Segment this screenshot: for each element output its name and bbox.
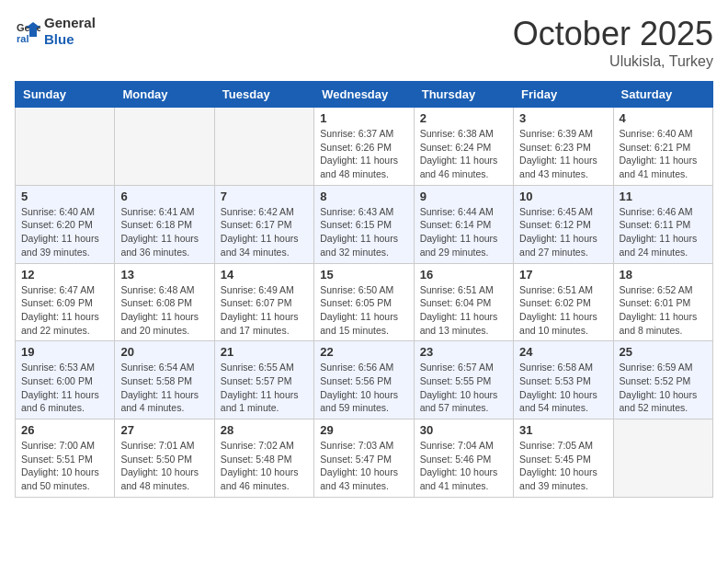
calendar-cell: 6Sunrise: 6:41 AM Sunset: 6:18 PM Daylig… <box>115 185 214 263</box>
day-number: 11 <box>620 190 707 203</box>
day-info: Sunrise: 6:48 AM Sunset: 6:08 PM Dayligh… <box>120 283 208 338</box>
logo-text-line1: General <box>44 15 96 31</box>
day-info: Sunrise: 6:40 AM Sunset: 6:20 PM Dayligh… <box>21 205 108 259</box>
day-info: Sunrise: 6:59 AM Sunset: 5:52 PM Dayligh… <box>620 361 707 415</box>
title-section: October 2025 Ulukisla, Turkey <box>513 15 713 70</box>
day-number: 3 <box>519 111 607 125</box>
day-number: 22 <box>320 345 407 359</box>
day-info: Sunrise: 6:51 AM Sunset: 6:04 PM Dayligh… <box>420 283 507 338</box>
day-info: Sunrise: 7:03 AM Sunset: 5:47 PM Dayligh… <box>320 439 407 493</box>
day-number: 29 <box>320 423 407 437</box>
calendar-cell: 1Sunrise: 6:37 AM Sunset: 6:26 PM Daylig… <box>314 108 414 186</box>
weekday-header-friday: Friday <box>514 82 613 108</box>
calendar-week-row: 26Sunrise: 7:00 AM Sunset: 5:51 PM Dayli… <box>16 419 713 498</box>
day-number: 19 <box>21 345 108 359</box>
calendar-cell: 12Sunrise: 6:47 AM Sunset: 6:09 PM Dayli… <box>16 263 115 341</box>
day-number: 6 <box>120 190 208 203</box>
logo-icon: Gene ral <box>15 18 40 44</box>
day-number: 5 <box>21 190 108 203</box>
logo: Gene ral General Blue <box>15 15 96 48</box>
calendar-week-row: 12Sunrise: 6:47 AM Sunset: 6:09 PM Dayli… <box>16 263 713 341</box>
day-number: 7 <box>221 190 308 203</box>
weekday-header-tuesday: Tuesday <box>214 82 313 108</box>
day-info: Sunrise: 6:52 AM Sunset: 6:01 PM Dayligh… <box>620 283 707 338</box>
calendar-cell: 30Sunrise: 7:04 AM Sunset: 5:46 PM Dayli… <box>414 419 513 498</box>
location: Ulukisla, Turkey <box>513 53 713 70</box>
calendar-cell: 18Sunrise: 6:52 AM Sunset: 6:01 PM Dayli… <box>613 263 712 341</box>
day-info: Sunrise: 6:45 AM Sunset: 6:12 PM Dayligh… <box>519 205 607 259</box>
day-info: Sunrise: 6:54 AM Sunset: 5:58 PM Dayligh… <box>120 361 208 415</box>
calendar-cell: 15Sunrise: 6:50 AM Sunset: 6:05 PM Dayli… <box>314 263 414 341</box>
day-info: Sunrise: 7:00 AM Sunset: 5:51 PM Dayligh… <box>21 439 108 493</box>
calendar-table: SundayMondayTuesdayWednesdayThursdayFrid… <box>15 81 713 498</box>
day-info: Sunrise: 7:04 AM Sunset: 5:46 PM Dayligh… <box>420 439 507 493</box>
calendar-cell: 26Sunrise: 7:00 AM Sunset: 5:51 PM Dayli… <box>16 419 115 498</box>
calendar-cell: 7Sunrise: 6:42 AM Sunset: 6:17 PM Daylig… <box>214 185 313 263</box>
day-number: 9 <box>420 190 507 203</box>
day-info: Sunrise: 6:38 AM Sunset: 6:24 PM Dayligh… <box>420 127 507 181</box>
day-info: Sunrise: 6:39 AM Sunset: 6:23 PM Dayligh… <box>519 127 607 181</box>
day-number: 10 <box>519 190 607 203</box>
day-number: 28 <box>221 423 308 437</box>
calendar-week-row: 1Sunrise: 6:37 AM Sunset: 6:26 PM Daylig… <box>16 108 713 186</box>
calendar-cell: 25Sunrise: 6:59 AM Sunset: 5:52 PM Dayli… <box>613 341 712 419</box>
calendar-cell: 24Sunrise: 6:58 AM Sunset: 5:53 PM Dayli… <box>514 341 613 419</box>
page-header: Gene ral General Blue October 2025 Uluki… <box>15 15 713 70</box>
calendar-cell: 23Sunrise: 6:57 AM Sunset: 5:55 PM Dayli… <box>414 341 513 419</box>
calendar-cell: 31Sunrise: 7:05 AM Sunset: 5:45 PM Dayli… <box>514 419 613 498</box>
calendar-week-row: 5Sunrise: 6:40 AM Sunset: 6:20 PM Daylig… <box>16 185 713 263</box>
day-number: 2 <box>420 111 507 125</box>
calendar-cell: 4Sunrise: 6:40 AM Sunset: 6:21 PM Daylig… <box>613 108 712 186</box>
calendar-cell: 28Sunrise: 7:02 AM Sunset: 5:48 PM Dayli… <box>214 419 313 498</box>
weekday-header-sunday: Sunday <box>16 82 115 108</box>
day-info: Sunrise: 6:57 AM Sunset: 5:55 PM Dayligh… <box>420 361 507 415</box>
calendar-cell: 19Sunrise: 6:53 AM Sunset: 6:00 PM Dayli… <box>16 341 115 419</box>
day-info: Sunrise: 7:02 AM Sunset: 5:48 PM Dayligh… <box>221 439 308 493</box>
day-info: Sunrise: 6:50 AM Sunset: 6:05 PM Dayligh… <box>320 283 407 338</box>
calendar-cell: 16Sunrise: 6:51 AM Sunset: 6:04 PM Dayli… <box>414 263 513 341</box>
svg-text:ral: ral <box>17 33 28 44</box>
day-info: Sunrise: 6:37 AM Sunset: 6:26 PM Dayligh… <box>320 127 407 181</box>
calendar-cell: 14Sunrise: 6:49 AM Sunset: 6:07 PM Dayli… <box>214 263 313 341</box>
day-info: Sunrise: 7:01 AM Sunset: 5:50 PM Dayligh… <box>120 439 208 493</box>
day-number: 8 <box>320 190 407 203</box>
day-number: 15 <box>320 268 407 282</box>
calendar-cell <box>115 108 214 186</box>
day-info: Sunrise: 6:55 AM Sunset: 5:57 PM Dayligh… <box>221 361 308 415</box>
day-number: 30 <box>420 423 507 437</box>
weekday-header-wednesday: Wednesday <box>314 82 414 108</box>
calendar-cell: 17Sunrise: 6:51 AM Sunset: 6:02 PM Dayli… <box>514 263 613 341</box>
calendar-cell: 3Sunrise: 6:39 AM Sunset: 6:23 PM Daylig… <box>514 108 613 186</box>
day-info: Sunrise: 6:42 AM Sunset: 6:17 PM Dayligh… <box>221 205 308 259</box>
calendar-cell: 11Sunrise: 6:46 AM Sunset: 6:11 PM Dayli… <box>613 185 712 263</box>
calendar-cell: 29Sunrise: 7:03 AM Sunset: 5:47 PM Dayli… <box>314 419 414 498</box>
logo-text-line2: Blue <box>44 31 96 48</box>
day-info: Sunrise: 6:40 AM Sunset: 6:21 PM Dayligh… <box>620 127 707 181</box>
day-number: 17 <box>519 268 607 282</box>
calendar-cell: 13Sunrise: 6:48 AM Sunset: 6:08 PM Dayli… <box>115 263 214 341</box>
day-info: Sunrise: 6:44 AM Sunset: 6:14 PM Dayligh… <box>420 205 507 259</box>
day-info: Sunrise: 7:05 AM Sunset: 5:45 PM Dayligh… <box>519 439 607 493</box>
day-info: Sunrise: 6:47 AM Sunset: 6:09 PM Dayligh… <box>21 283 108 338</box>
weekday-header-thursday: Thursday <box>414 82 513 108</box>
day-info: Sunrise: 6:41 AM Sunset: 6:18 PM Dayligh… <box>120 205 208 259</box>
calendar-cell: 21Sunrise: 6:55 AM Sunset: 5:57 PM Dayli… <box>214 341 313 419</box>
day-number: 24 <box>519 345 607 359</box>
calendar-cell: 22Sunrise: 6:56 AM Sunset: 5:56 PM Dayli… <box>314 341 414 419</box>
day-number: 14 <box>221 268 308 282</box>
day-number: 20 <box>120 345 208 359</box>
day-number: 18 <box>620 268 707 282</box>
day-number: 21 <box>221 345 308 359</box>
day-number: 4 <box>620 111 707 125</box>
day-info: Sunrise: 6:56 AM Sunset: 5:56 PM Dayligh… <box>320 361 407 415</box>
weekday-header-monday: Monday <box>115 82 214 108</box>
calendar-header-row: SundayMondayTuesdayWednesdayThursdayFrid… <box>16 82 713 108</box>
calendar-cell <box>214 108 313 186</box>
calendar-cell <box>613 419 712 498</box>
day-number: 31 <box>519 423 607 437</box>
weekday-header-saturday: Saturday <box>613 82 712 108</box>
day-number: 23 <box>420 345 507 359</box>
day-number: 27 <box>120 423 208 437</box>
day-info: Sunrise: 6:49 AM Sunset: 6:07 PM Dayligh… <box>221 283 308 338</box>
day-number: 26 <box>21 423 108 437</box>
